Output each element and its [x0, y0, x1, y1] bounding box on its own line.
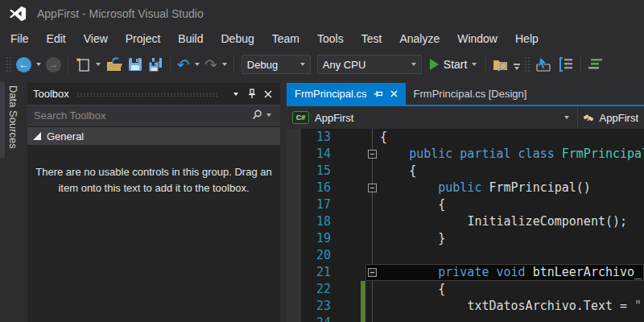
redo-button[interactable]: ↷ [202, 55, 220, 74]
code-line-body[interactable]: { [365, 281, 644, 298]
breakpoint-margin[interactable] [287, 129, 301, 146]
code-text[interactable]: InitializeComponent(); [378, 213, 644, 230]
close-panel-button[interactable] [261, 87, 275, 101]
panel-splitter[interactable] [280, 79, 287, 322]
code-line-15[interactable]: 15 { [287, 163, 644, 180]
undo-button[interactable]: ↶ [175, 55, 192, 74]
search-icon[interactable] [251, 109, 262, 121]
document-outline-button[interactable] [555, 55, 576, 74]
code-text[interactable]: private void btnLeerArchivo_ [378, 264, 644, 281]
code-line-body[interactable]: { [365, 163, 644, 180]
code-line-23[interactable]: 23 txtDatosArchivo.Text = " [287, 298, 644, 315]
code-line-body[interactable]: { [365, 196, 644, 213]
code-line-body[interactable]: InitializeComponent(); [365, 213, 644, 230]
navigate-backward-dropdown-icon[interactable] [36, 63, 41, 66]
code-editor[interactable]: 13{14 public partial class FrmPrincipal1… [287, 129, 644, 322]
code-text[interactable] [378, 315, 644, 322]
code-line-body[interactable]: public partial class FrmPrincipal [365, 146, 644, 163]
code-line-body[interactable]: private void btnLeerArchivo_ [365, 264, 644, 281]
pin-panel-button[interactable] [245, 87, 258, 101]
navigate-backward-button[interactable]: ← [14, 55, 34, 74]
toolbar-grip[interactable] [6, 56, 11, 72]
code-line-20[interactable]: 20 [287, 247, 644, 264]
menu-item-debug[interactable]: Debug [213, 28, 263, 49]
code-line-body[interactable]: txtDatosArchivo.Text = " [365, 298, 644, 315]
solution-platform-dropdown[interactable]: Any CPU [317, 55, 422, 74]
toolbox-title-bar[interactable]: Toolbox [27, 83, 280, 105]
search-options-chevron-icon[interactable] [266, 114, 271, 117]
code-line-body[interactable]: } [365, 230, 644, 247]
toolbar-overflow-button[interactable] [514, 64, 520, 70]
save-button[interactable] [126, 55, 145, 74]
select-element-button[interactable] [532, 55, 555, 74]
breakpoint-margin[interactable] [287, 298, 301, 315]
breakpoint-margin[interactable] [287, 146, 301, 163]
toolbox-search-box[interactable] [27, 105, 280, 126]
menu-item-analyze[interactable]: Analyze [390, 28, 448, 49]
menu-item-file[interactable]: File [2, 28, 38, 49]
window-position-button[interactable] [229, 87, 242, 101]
new-item-dropdown-icon[interactable] [96, 63, 101, 66]
start-debugging-button[interactable]: Start [430, 58, 477, 71]
code-line-body[interactable]: { [365, 129, 644, 146]
code-line-body[interactable] [365, 315, 644, 322]
breakpoint-margin[interactable] [287, 315, 301, 322]
new-project-button[interactable] [72, 55, 93, 74]
collapse-region-icon[interactable] [368, 268, 377, 277]
code-line-body[interactable] [365, 247, 644, 264]
code-line-16[interactable]: 16 public FrmPrincipal() [287, 180, 644, 196]
code-text[interactable]: { [378, 129, 644, 146]
code-text[interactable] [378, 247, 644, 264]
code-text[interactable]: txtDatosArchivo.Text = " [378, 298, 644, 315]
code-text[interactable]: public partial class FrmPrincipal [378, 146, 644, 163]
breakpoint-margin[interactable] [287, 180, 301, 196]
menu-item-edit[interactable]: Edit [38, 28, 75, 49]
undo-dropdown-icon[interactable] [195, 63, 200, 66]
comment-lines-button[interactable] [585, 55, 606, 74]
redo-dropdown-icon[interactable] [222, 63, 227, 66]
code-line-19[interactable]: 19 } [287, 230, 644, 247]
project-dropdown[interactable]: C# AppFirst [287, 106, 578, 129]
breakpoint-margin[interactable] [287, 247, 301, 264]
code-line-21[interactable]: 21 private void btnLeerArchivo_ [287, 264, 644, 281]
open-file-button[interactable] [103, 55, 126, 74]
tab-frmprincipal-cs-design[interactable]: FrmPrincipal.cs [Design] [406, 83, 535, 105]
solution-configuration-dropdown[interactable]: Debug [242, 55, 311, 74]
menu-item-build[interactable]: Build [169, 28, 212, 49]
collapse-region-icon[interactable] [368, 150, 377, 159]
sidebar-tab-data-sources[interactable]: Data Sources [7, 85, 19, 149]
code-line-18[interactable]: 18 InitializeComponent(); [287, 213, 644, 230]
code-line-24[interactable]: 24 [287, 315, 644, 322]
tab-frmprincipal-cs[interactable]: FrmPrincipal.cs [287, 83, 406, 105]
close-tab-icon[interactable] [390, 90, 398, 97]
menu-item-tools[interactable]: Tools [308, 28, 353, 49]
breakpoint-margin[interactable] [287, 213, 301, 230]
code-text[interactable]: { [378, 281, 644, 298]
code-line-13[interactable]: 13{ [287, 129, 644, 146]
save-all-button[interactable] [145, 55, 166, 74]
code-text[interactable]: { [378, 196, 644, 213]
code-line-22[interactable]: 22 { [287, 281, 644, 298]
collapse-region-icon[interactable] [368, 184, 377, 192]
toolbar-grip[interactable] [524, 56, 530, 72]
breakpoint-margin[interactable] [287, 196, 301, 213]
breakpoint-margin[interactable] [287, 281, 301, 298]
code-text[interactable]: public FrmPrincipal() [378, 180, 644, 196]
menu-item-project[interactable]: Project [117, 28, 170, 49]
breakpoint-margin[interactable] [287, 230, 301, 247]
toolbox-section-general[interactable]: General [27, 127, 280, 145]
breakpoint-margin[interactable] [287, 163, 301, 180]
pin-tab-icon[interactable] [374, 89, 384, 99]
search-input[interactable] [34, 109, 251, 122]
code-text[interactable]: { [378, 163, 644, 180]
menu-item-view[interactable]: View [75, 28, 117, 49]
menu-item-team[interactable]: Team [263, 28, 308, 49]
code-line-17[interactable]: 17 { [287, 196, 644, 213]
code-line-body[interactable]: public FrmPrincipal() [365, 180, 644, 196]
menu-item-help[interactable]: Help [506, 28, 547, 49]
type-dropdown[interactable]: AppFirst [578, 106, 644, 129]
menu-item-window[interactable]: Window [448, 28, 506, 49]
find-in-files-button[interactable] [490, 55, 512, 74]
navigate-forward-button[interactable]: → [43, 55, 64, 74]
menu-item-test[interactable]: Test [353, 28, 391, 49]
